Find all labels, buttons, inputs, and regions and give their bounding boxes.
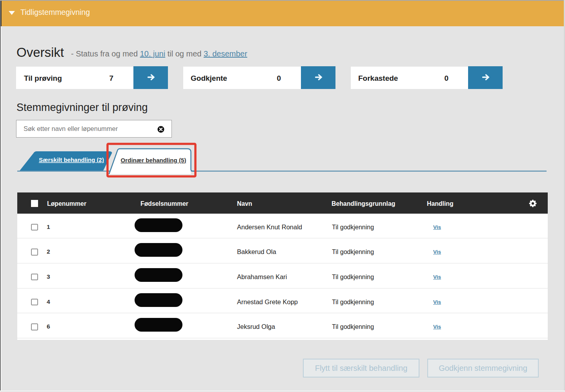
svg-text:Ordinær behandling (5): Ordinær behandling (5) [121, 157, 186, 163]
svg-text:Særskilt behandling (2): Særskilt behandling (2) [39, 156, 104, 163]
